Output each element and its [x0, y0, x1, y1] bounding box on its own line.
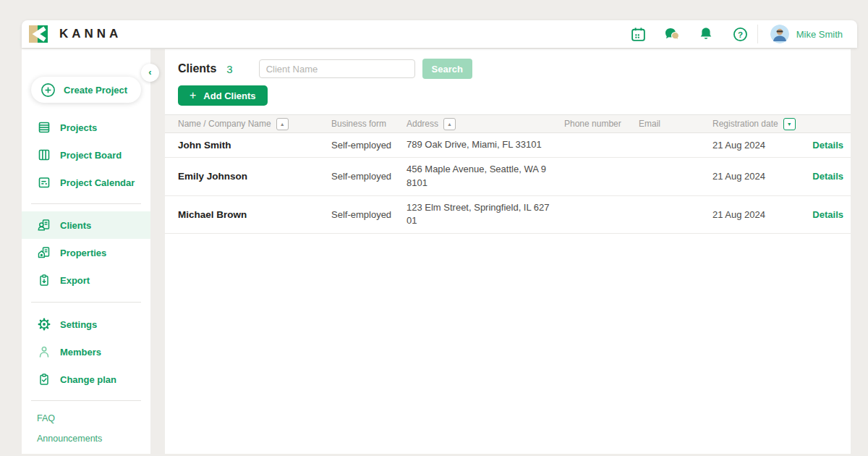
sort-asc-icon[interactable]: ▲ — [276, 118, 289, 130]
sidebar-item-project-calendar[interactable]: Project Calendar — [22, 169, 150, 196]
details-link[interactable]: Details — [812, 140, 843, 151]
column-header-email: Email — [639, 119, 712, 129]
projects-icon — [37, 120, 51, 135]
sort-desc-icon[interactable]: ▼ — [783, 118, 796, 130]
main-panel: Clients 3 Search + Add Clients Name / Co… — [165, 49, 851, 454]
gear-icon — [37, 317, 51, 332]
project-calendar-icon — [37, 175, 51, 190]
change-plan-icon — [37, 372, 51, 387]
column-header-business-form: Business form — [331, 119, 407, 129]
table-header-row: Name / Company Name ▲ Business form Addr… — [165, 114, 851, 133]
sidebar-divider — [31, 400, 141, 401]
business-form-cell: Self-employed — [331, 209, 407, 220]
details-link[interactable]: Details — [812, 209, 843, 220]
clients-icon — [37, 218, 51, 232]
table-body: John Smith Self-employed 789 Oak Drive, … — [165, 133, 851, 234]
sidebar-item-settings[interactable]: Settings — [22, 311, 150, 338]
business-form-cell: Self-employed — [331, 171, 407, 182]
chat-icon[interactable] — [655, 20, 689, 48]
column-header-address: Address ▲ — [407, 118, 564, 130]
registration-date-cell: 21 Aug 2024 — [712, 140, 801, 151]
export-icon — [37, 273, 51, 287]
table-row: Michael Brown Self-employed 123 Elm Stre… — [165, 196, 851, 235]
details-link[interactable]: Details — [812, 171, 843, 182]
column-label: Registration date — [712, 119, 778, 129]
column-label: Business form — [331, 119, 386, 129]
sidebar-item-label: Change plan — [60, 374, 116, 385]
sidebar-links: FAQ Announcements — [22, 408, 150, 449]
sidebar-item-clients[interactable]: Clients — [22, 211, 150, 239]
svg-text:?: ? — [738, 30, 743, 38]
sidebar: ‹ Create Project — [22, 49, 150, 454]
add-clients-label: Add Clients — [203, 90, 255, 101]
brand: KANNA — [22, 24, 122, 44]
add-clients-button[interactable]: + Add Clients — [178, 85, 268, 106]
sidebar-link-faq[interactable]: FAQ — [22, 408, 150, 428]
address-cell: 123 Elm Street, Springfield, IL 62701 — [407, 201, 564, 229]
sidebar-item-change-plan[interactable]: Change plan — [22, 366, 150, 393]
address-cell: 456 Maple Avenue, Seattle, WA 98101 — [407, 163, 564, 190]
column-label: Address — [407, 119, 438, 129]
sidebar-item-project-board[interactable]: Project Board — [22, 141, 150, 169]
user-name: Mike Smith — [796, 29, 843, 40]
sidebar-item-label: Clients — [60, 220, 91, 231]
create-project-label: Create Project — [64, 85, 127, 96]
column-header-name: Name / Company Name ▲ — [178, 118, 331, 130]
client-name-input[interactable] — [259, 59, 415, 78]
top-bar: KANNA — [22, 20, 857, 48]
address-cell: 789 Oak Drive, Miami, FL 33101 — [407, 138, 564, 152]
board-icon — [37, 148, 51, 162]
member-icon — [37, 345, 51, 359]
client-name-cell: Emily Johnson — [178, 171, 331, 182]
sidebar-item-label: Settings — [60, 319, 97, 330]
sidebar-item-label: Project Board — [60, 150, 122, 161]
bell-icon[interactable] — [689, 20, 723, 48]
sidebar-item-label: Members — [60, 347, 101, 358]
page-title: Clients — [178, 62, 216, 75]
plus-icon: + — [190, 90, 196, 101]
top-actions: ? Mike Smith — [621, 20, 857, 48]
sidebar-item-label: Export — [60, 275, 90, 286]
sidebar-item-label: Properties — [60, 248, 106, 258]
registration-date-cell: 21 Aug 2024 — [712, 209, 801, 220]
user-menu[interactable]: Mike Smith — [758, 25, 857, 43]
user-avatar — [770, 25, 789, 43]
column-label: Email — [639, 119, 660, 129]
sidebar-item-label: Project Calendar — [60, 177, 135, 188]
sidebar-item-projects[interactable]: Projects — [22, 114, 150, 141]
column-label: Phone number — [564, 119, 621, 129]
sidebar-item-label: Projects — [60, 122, 97, 133]
client-name-cell: John Smith — [178, 140, 331, 151]
brand-name: KANNA — [59, 27, 122, 41]
search-button[interactable]: Search — [422, 59, 472, 79]
business-form-cell: Self-employed — [331, 140, 407, 151]
plus-circle-icon — [41, 83, 56, 98]
help-icon[interactable]: ? — [723, 20, 757, 48]
sidebar-link-announcements[interactable]: Announcements — [22, 428, 150, 449]
calendar-icon[interactable] — [621, 20, 655, 48]
registration-date-cell: 21 Aug 2024 — [712, 171, 801, 182]
sort-asc-icon[interactable]: ▲ — [443, 118, 456, 130]
column-header-phone: Phone number — [564, 119, 639, 129]
sidebar-item-properties[interactable]: Properties — [22, 239, 150, 266]
kanna-logo-icon — [28, 24, 48, 44]
table-row: Emily Johnson Self-employed 456 Maple Av… — [165, 158, 851, 196]
sidebar-item-members[interactable]: Members — [22, 338, 150, 366]
column-label: Name / Company Name — [178, 119, 271, 129]
sidebar-divider — [31, 302, 141, 303]
clients-table: Name / Company Name ▲ Business form Addr… — [165, 114, 851, 234]
sidebar-nav: Projects Project Board — [22, 114, 150, 449]
client-name-cell: Michael Brown — [178, 209, 331, 220]
sidebar-divider — [31, 203, 141, 204]
page-header: Clients 3 Search — [165, 49, 851, 79]
app-window: KANNA — [0, 0, 868, 456]
create-project-button[interactable]: Create Project — [31, 77, 141, 103]
clients-count: 3 — [226, 63, 232, 75]
column-header-registration-date: Registration date ▼ — [712, 118, 801, 130]
sidebar-item-export[interactable]: Export — [22, 266, 150, 294]
collapse-sidebar-button[interactable]: ‹ — [141, 64, 159, 82]
properties-icon — [37, 245, 51, 260]
table-row: John Smith Self-employed 789 Oak Drive, … — [165, 133, 851, 158]
